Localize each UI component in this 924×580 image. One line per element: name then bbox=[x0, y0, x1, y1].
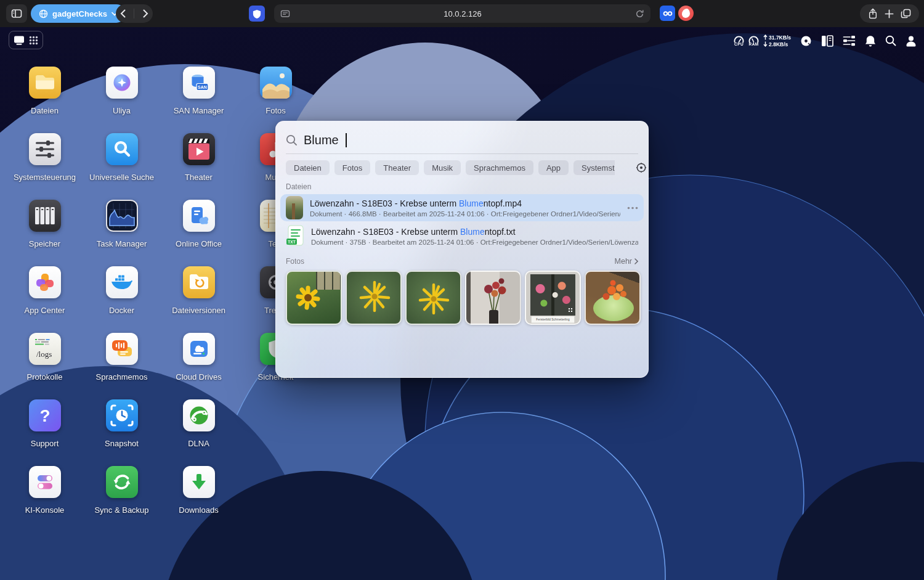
photo-thumbnail-1[interactable] bbox=[286, 271, 342, 325]
app-task-manager[interactable]: Task Manager bbox=[83, 190, 160, 256]
photo-thumbnail-2[interactable] bbox=[346, 271, 402, 325]
app-label: Fotos bbox=[265, 106, 286, 115]
search-result-row[interactable]: Löwenzahn - S18E03 - Krebse unterm Blume… bbox=[280, 194, 644, 221]
app-support[interactable]: ? Support bbox=[6, 390, 83, 456]
download-arrow-icon bbox=[763, 41, 768, 47]
app-grid-icon[interactable] bbox=[29, 36, 38, 45]
search-settings-icon[interactable] bbox=[636, 162, 647, 173]
app-speicher[interactable]: Speicher bbox=[6, 190, 83, 256]
reload-icon[interactable] bbox=[635, 9, 644, 18]
photo-results: Fensterbild Schmetterling bbox=[276, 271, 648, 325]
docker-whale-icon bbox=[106, 266, 138, 298]
app-san-manager[interactable]: SAN SAN Manager bbox=[160, 57, 237, 123]
filter-chip-systemsteuerung[interactable]: Systemsteuerung bbox=[573, 160, 615, 175]
more-photos-link[interactable]: Mehr bbox=[615, 257, 638, 266]
tab-title: gadgetChecks bbox=[52, 9, 107, 18]
app-dlna[interactable]: DLNA bbox=[160, 390, 237, 456]
new-tab-icon[interactable] bbox=[885, 9, 894, 18]
app-sprachmemos[interactable]: Sprachmemos bbox=[83, 323, 160, 390]
app-label: Dateiversionen bbox=[172, 306, 225, 315]
app-docker[interactable]: Docker bbox=[83, 256, 160, 323]
cpu-gauge: CPU bbox=[734, 36, 744, 46]
ram-label: RAM bbox=[749, 42, 759, 46]
global-search-button[interactable] bbox=[885, 35, 896, 46]
desktop-view-icon[interactable] bbox=[14, 35, 25, 46]
app-label: KI-Konsole bbox=[25, 505, 65, 515]
office-doc-icon bbox=[183, 200, 215, 232]
file-meta: Dokument · 375B · Bearbeitet am 2025-11-… bbox=[311, 239, 638, 246]
photos-icon bbox=[260, 67, 292, 99]
disc-icon bbox=[800, 35, 812, 47]
search-icon bbox=[286, 134, 298, 146]
user-icon bbox=[906, 35, 917, 47]
app-sync-backup[interactable]: Sync & Backup bbox=[83, 456, 160, 523]
svg-text:/logs: /logs bbox=[36, 349, 52, 359]
user-account-button[interactable] bbox=[906, 35, 917, 47]
tab-overview-icon[interactable] bbox=[901, 9, 911, 18]
red-bouquet bbox=[466, 272, 521, 325]
app-protokolle[interactable]: /logs Protokolle bbox=[6, 323, 83, 390]
filter-chip-fotos[interactable]: Fotos bbox=[334, 160, 371, 175]
red-extension-button[interactable] bbox=[678, 6, 694, 21]
bell-icon bbox=[865, 35, 876, 47]
upload-arrow-icon bbox=[763, 35, 768, 40]
notifications-button[interactable] bbox=[865, 35, 876, 47]
infinity-extension-button[interactable] bbox=[660, 6, 675, 21]
app-online-office[interactable]: Online Office bbox=[160, 190, 237, 256]
filter-chip-sprachmemos[interactable]: Sprachmemos bbox=[466, 160, 533, 175]
task-queue-button[interactable] bbox=[843, 35, 856, 46]
file-meta: Dokument · 466.8MB · Bearbeitet am 2025-… bbox=[310, 210, 620, 218]
page-settings-icon bbox=[280, 9, 290, 18]
app-label: SAN Manager bbox=[174, 106, 224, 115]
resource-monitor[interactable]: CPU RAM 31.7KB/s 2.8KB/s bbox=[734, 35, 791, 47]
photo-thumbnail-5[interactable]: Fensterbild Schmetterling bbox=[525, 271, 581, 325]
search-result-row[interactable]: TXT Löwenzahn - S18E03 - Krebse unterm B… bbox=[280, 221, 644, 251]
address-bar[interactable]: 10.0.2.126 bbox=[274, 4, 650, 23]
share-icon[interactable] bbox=[868, 8, 878, 19]
filter-chip-theater[interactable]: Theater bbox=[375, 160, 419, 175]
dlna-icon bbox=[183, 399, 215, 431]
app-theater[interactable]: Theater bbox=[160, 123, 237, 190]
app-app-center[interactable]: App Center bbox=[6, 256, 83, 323]
app-systemsteuerung[interactable]: Systemsteuerung bbox=[6, 123, 83, 190]
photo-thumbnail-4[interactable] bbox=[465, 271, 521, 325]
globe-icon bbox=[39, 9, 48, 18]
browser-actions bbox=[860, 4, 919, 23]
more-options-button[interactable] bbox=[627, 206, 638, 210]
highlighted-match: Blume bbox=[459, 198, 484, 208]
app-dateien[interactable]: Dateien bbox=[6, 57, 83, 123]
desktop-icon-grid: Dateien Uliya SAN SAN Manager Fotos Syst… bbox=[6, 57, 314, 523]
app-snapshot[interactable]: Snapshot bbox=[83, 390, 160, 456]
app-cloud-drives[interactable]: Cloud Drives bbox=[160, 323, 237, 390]
app-universelle-suche[interactable]: Universelle Suche bbox=[83, 123, 160, 190]
active-tab[interactable]: gadgetChecks bbox=[31, 4, 126, 23]
back-button[interactable] bbox=[120, 9, 126, 18]
divider bbox=[286, 153, 638, 154]
filter-chip-musik[interactable]: Musik bbox=[424, 160, 461, 175]
photo-thumbnail-3[interactable] bbox=[405, 271, 461, 325]
forward-button[interactable] bbox=[143, 9, 148, 18]
app-dateiversionen[interactable]: Dateiversionen bbox=[160, 256, 237, 323]
sidebar-icon bbox=[11, 8, 22, 19]
app-uliya[interactable]: Uliya bbox=[83, 57, 160, 123]
photo-thumbnail-6[interactable] bbox=[585, 271, 641, 325]
password-manager-extension-button[interactable] bbox=[249, 6, 265, 22]
browser-toolbar: gadgetChecks 10.0.2.126 bbox=[0, 0, 924, 27]
widgets-button[interactable] bbox=[821, 35, 833, 47]
app-label: Snapshot bbox=[105, 439, 139, 448]
filter-chip-app[interactable]: App bbox=[538, 160, 569, 175]
app-downloads[interactable]: Downloads bbox=[160, 456, 237, 523]
sidebar-toggle-button[interactable] bbox=[6, 4, 27, 23]
app-fotos[interactable]: Fotos bbox=[237, 57, 314, 123]
search-filter-bar: Dateien Fotos Theater Musik Sprachmemos … bbox=[276, 160, 648, 175]
app-label: App Center bbox=[25, 306, 65, 315]
backup-status-button[interactable] bbox=[800, 35, 812, 47]
search-input[interactable]: Blume bbox=[276, 121, 648, 150]
navigation-buttons bbox=[116, 4, 153, 23]
nas-taskbar: CPU RAM 31.7KB/s 2.8KB/s bbox=[0, 31, 924, 52]
app-ki-konsole[interactable]: KI-Konsole bbox=[6, 456, 83, 523]
search-query-text: Blume bbox=[304, 133, 339, 147]
queue-icon bbox=[843, 35, 856, 46]
filter-chip-dateien[interactable]: Dateien bbox=[286, 160, 330, 175]
infinity-icon bbox=[663, 10, 673, 17]
